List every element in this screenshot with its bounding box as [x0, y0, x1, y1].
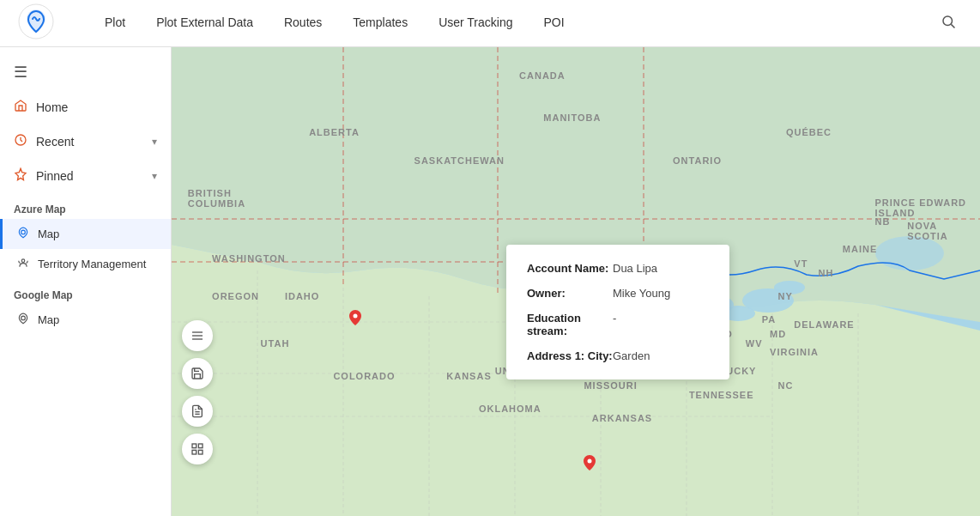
nav-templates[interactable]: Templates [337, 0, 423, 47]
territory-mgmt-label: Territory Management [38, 258, 146, 270]
grid-button[interactable] [182, 434, 213, 464]
popup-row-account-name: Account Name: Dua Lipa [527, 262, 709, 275]
svg-point-29 [354, 313, 358, 318]
popup-label-city: Address 1: City: [527, 349, 613, 362]
svg-point-12 [875, 236, 944, 270]
google-map-icon [17, 313, 29, 327]
territory-mgmt-icon [17, 257, 29, 271]
sidebar-item-territory-mgmt[interactable]: Territory Management [0, 249, 171, 279]
popup-value-education: - [613, 312, 616, 337]
popup-row-education: Education stream: - [527, 312, 709, 337]
popup-label-owner: Owner: [527, 287, 613, 300]
pin-icon [14, 167, 27, 185]
pinned-chevron-icon: ▾ [152, 170, 157, 182]
svg-point-11 [774, 281, 805, 294]
nav-plot[interactable]: Plot [89, 0, 141, 47]
sidebar-item-home[interactable]: Home [0, 90, 171, 124]
map-canvas[interactable]: CANADA ALBERTA SASKATCHEWAN MANITOBA ONT… [172, 47, 980, 516]
app-logo[interactable] [17, 3, 62, 44]
svg-rect-50 [198, 450, 203, 454]
svg-point-6 [21, 316, 26, 320]
document-button[interactable] [182, 396, 213, 427]
layers-button[interactable] [182, 320, 213, 351]
main-layout: ☰ Home Recent ▾ [0, 47, 980, 516]
save-button[interactable] [182, 358, 213, 389]
hamburger-menu[interactable]: ☰ [0, 54, 171, 90]
account-popup: Account Name: Dua Lipa Owner: Mike Young… [506, 245, 729, 379]
recent-icon [14, 133, 27, 150]
popup-value-city: Garden [613, 349, 650, 362]
nav-user-tracking[interactable]: User Tracking [423, 0, 528, 47]
sidebar-item-recent[interactable]: Recent ▾ [0, 124, 171, 159]
main-nav: Plot Plot External Data Routes Templates… [89, 0, 906, 47]
svg-point-41 [588, 459, 592, 464]
svg-line-2 [951, 24, 954, 27]
map-pin[interactable] [349, 310, 361, 329]
sidebar-pinned-label: Pinned [36, 169, 74, 183]
app-header: Plot Plot External Data Routes Templates… [0, 0, 980, 47]
map-pin[interactable] [584, 455, 596, 474]
azure-map-icon [17, 227, 29, 241]
google-map-section-label: Google Map [0, 279, 171, 305]
svg-point-5 [21, 259, 25, 263]
svg-rect-49 [192, 450, 197, 454]
popup-value-account-name: Dua Lipa [613, 262, 657, 275]
popup-value-owner: Mike Young [613, 287, 670, 300]
popup-row-owner: Owner: Mike Young [527, 287, 709, 300]
home-icon [14, 99, 27, 116]
nav-routes[interactable]: Routes [269, 0, 337, 47]
sidebar-item-pinned[interactable]: Pinned ▾ [0, 159, 171, 193]
azure-map-label: Map [38, 228, 59, 240]
svg-point-4 [21, 230, 26, 234]
svg-point-1 [943, 16, 953, 26]
svg-rect-47 [192, 444, 197, 448]
sidebar-item-google-map[interactable]: Map [0, 305, 171, 335]
google-map-label: Map [38, 313, 59, 326]
popup-row-city: Address 1: City: Garden [527, 349, 709, 362]
sidebar-item-azure-map[interactable]: Map [0, 219, 171, 249]
popup-label-account-name: Account Name: [527, 262, 613, 275]
sidebar: ☰ Home Recent ▾ [0, 47, 172, 516]
nav-plot-external[interactable]: Plot External Data [141, 0, 269, 47]
sidebar-home-label: Home [36, 100, 68, 114]
nav-poi[interactable]: POI [529, 0, 580, 47]
map-toolbar [182, 320, 213, 464]
recent-chevron-icon: ▾ [152, 136, 157, 148]
sidebar-recent-label: Recent [36, 135, 74, 149]
search-icon[interactable] [934, 7, 963, 40]
svg-rect-48 [198, 444, 203, 448]
popup-label-education: Education stream: [527, 312, 613, 337]
azure-map-section-label: Azure Map [0, 193, 171, 219]
